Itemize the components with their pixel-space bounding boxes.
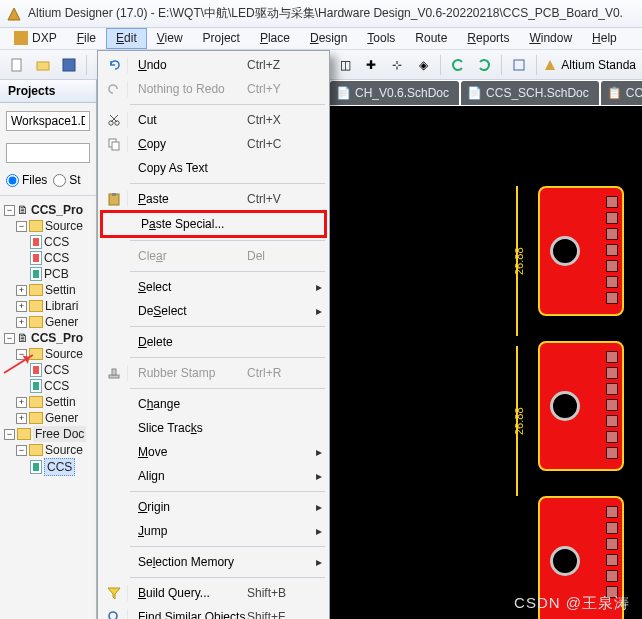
svg-rect-2 bbox=[37, 62, 49, 70]
menu-project[interactable]: Project bbox=[193, 28, 250, 49]
tree-libraries[interactable]: +Librari bbox=[2, 298, 94, 314]
search-icon bbox=[100, 609, 128, 619]
edit-dropdown: UndoCtrl+ZNothing to RedoCtrl+YCutCtrl+X… bbox=[97, 50, 330, 619]
pcb-icon bbox=[30, 267, 42, 281]
menu-item-jump[interactable]: Jump▸ bbox=[100, 519, 327, 543]
menu-tools[interactable]: Tools bbox=[357, 28, 405, 49]
menu-view[interactable]: View bbox=[147, 28, 193, 49]
radio-structure[interactable]: St bbox=[53, 173, 80, 187]
project-icon: 🗎 bbox=[17, 330, 29, 346]
tree-file-selected[interactable]: CCS bbox=[2, 458, 94, 476]
folder-icon bbox=[29, 444, 43, 456]
menu-item-slice-tracks[interactable]: Slice Tracks bbox=[100, 416, 327, 440]
menu-item-copy-as-text[interactable]: Copy As Text bbox=[100, 156, 327, 180]
tree-generated[interactable]: +Gener bbox=[2, 314, 94, 330]
pcb-icon bbox=[30, 379, 42, 393]
pcb-component bbox=[538, 341, 624, 471]
folder-icon bbox=[29, 396, 43, 408]
radio-files[interactable]: Files bbox=[6, 173, 47, 187]
tab-pcb[interactable]: 📋CCS_PCB_Boar bbox=[601, 81, 642, 105]
menu-reports[interactable]: Reports bbox=[457, 28, 519, 49]
redo-toolbar-icon[interactable] bbox=[473, 54, 495, 76]
menu-item-select[interactable]: Select▸ bbox=[100, 275, 327, 299]
paste-icon bbox=[100, 191, 128, 207]
tree-generated[interactable]: +Gener bbox=[2, 410, 94, 426]
tree-file[interactable]: PCB bbox=[2, 266, 94, 282]
menubar: DXP File Edit View Project Place Design … bbox=[0, 28, 642, 50]
doc-icon: 📋 bbox=[607, 86, 621, 100]
layers-icon[interactable] bbox=[508, 54, 530, 76]
menu-item-align[interactable]: Align▸ bbox=[100, 464, 327, 488]
pcb-canvas[interactable]: 26.88 26.88 bbox=[330, 106, 642, 619]
workspace-input[interactable] bbox=[6, 111, 90, 131]
menu-item-find-similar-objects[interactable]: Find Similar ObjectsShift+F bbox=[100, 605, 327, 619]
folder-icon bbox=[29, 300, 43, 312]
menu-item-label: Align bbox=[128, 469, 247, 483]
tool-icon-4[interactable]: ◈ bbox=[412, 54, 434, 76]
save-icon[interactable] bbox=[58, 54, 80, 76]
menu-shortcut: Ctrl+X bbox=[247, 113, 311, 127]
tool-icon-1[interactable]: ◫ bbox=[334, 54, 356, 76]
view-radios: Files St bbox=[0, 167, 96, 193]
svg-marker-5 bbox=[545, 60, 555, 70]
funnel-icon bbox=[100, 585, 128, 601]
menu-item-paste-special-[interactable]: Paste Special... bbox=[100, 210, 327, 238]
undo-icon bbox=[100, 57, 128, 73]
projects-panel: Projects Files St −🗎CCS_Pro −Source CCS … bbox=[0, 80, 97, 619]
menu-item-label: DeSelect bbox=[128, 304, 247, 318]
menu-item-paste[interactable]: PasteCtrl+V bbox=[100, 187, 327, 211]
menu-help[interactable]: Help bbox=[582, 28, 627, 49]
tree-file[interactable]: CCS bbox=[2, 234, 94, 250]
folder-icon bbox=[17, 428, 31, 440]
menu-item-selection-memory[interactable]: Selection Memory▸ bbox=[100, 550, 327, 574]
menu-item-build-query-[interactable]: Build Query...Shift+B bbox=[100, 581, 327, 605]
menu-item-cut[interactable]: CutCtrl+X bbox=[100, 108, 327, 132]
open-icon[interactable] bbox=[32, 54, 54, 76]
tool-icon-3[interactable]: ⊹ bbox=[386, 54, 408, 76]
menu-route[interactable]: Route bbox=[405, 28, 457, 49]
tool-icon-2[interactable]: ✚ bbox=[360, 54, 382, 76]
tree-settings[interactable]: +Settin bbox=[2, 394, 94, 410]
tree-project-2[interactable]: −🗎CCS_Pro bbox=[2, 330, 94, 346]
menu-item-label: Build Query... bbox=[128, 586, 247, 600]
menu-place[interactable]: Place bbox=[250, 28, 300, 49]
menu-design[interactable]: Design bbox=[300, 28, 357, 49]
tree-source[interactable]: −Source bbox=[2, 346, 94, 362]
tab-sch2[interactable]: 📄CCS_SCH.SchDoc bbox=[461, 81, 599, 105]
menu-window[interactable]: Window bbox=[519, 28, 582, 49]
new-icon[interactable] bbox=[6, 54, 28, 76]
cut-icon bbox=[100, 112, 128, 128]
tree-project-1[interactable]: −🗎CCS_Pro bbox=[2, 202, 94, 218]
tree-freedocs[interactable]: −Free Doc bbox=[2, 426, 94, 442]
menu-edit[interactable]: Edit bbox=[106, 28, 147, 49]
menu-dxp[interactable]: DXP bbox=[4, 28, 67, 49]
svg-rect-13 bbox=[112, 369, 116, 375]
menu-item-delete[interactable]: Delete bbox=[100, 330, 327, 354]
menu-item-label: Slice Tracks bbox=[128, 421, 247, 435]
menu-item-origin[interactable]: Origin▸ bbox=[100, 495, 327, 519]
menu-item-label: Copy As Text bbox=[128, 161, 247, 175]
tree-source[interactable]: −Source bbox=[2, 218, 94, 234]
stamp-icon bbox=[100, 365, 128, 381]
menu-item-change[interactable]: Change bbox=[100, 392, 327, 416]
menu-item-clear: ClearDel bbox=[100, 244, 327, 268]
undo-toolbar-icon[interactable] bbox=[447, 54, 469, 76]
menu-shortcut: Shift+F bbox=[247, 610, 311, 619]
menu-item-label: Change bbox=[128, 397, 247, 411]
menu-item-label: Copy bbox=[128, 137, 247, 151]
menu-shortcut: Del bbox=[247, 249, 311, 263]
tree-file[interactable]: CCS bbox=[2, 378, 94, 394]
tree-source[interactable]: −Source bbox=[2, 442, 94, 458]
tree-file[interactable]: CCS bbox=[2, 250, 94, 266]
submenu-arrow-icon: ▸ bbox=[311, 524, 327, 538]
menu-item-undo[interactable]: UndoCtrl+Z bbox=[100, 53, 327, 77]
menu-item-copy[interactable]: CopyCtrl+C bbox=[100, 132, 327, 156]
menu-shortcut: Ctrl+R bbox=[247, 366, 311, 380]
menu-item-deselect[interactable]: DeSelect▸ bbox=[100, 299, 327, 323]
tab-sch1[interactable]: 📄CH_V0.6.SchDoc bbox=[330, 81, 459, 105]
folder-icon bbox=[29, 316, 43, 328]
menu-file[interactable]: File bbox=[67, 28, 106, 49]
project-filter-input[interactable] bbox=[6, 143, 90, 163]
tree-settings[interactable]: +Settin bbox=[2, 282, 94, 298]
menu-item-move[interactable]: Move▸ bbox=[100, 440, 327, 464]
